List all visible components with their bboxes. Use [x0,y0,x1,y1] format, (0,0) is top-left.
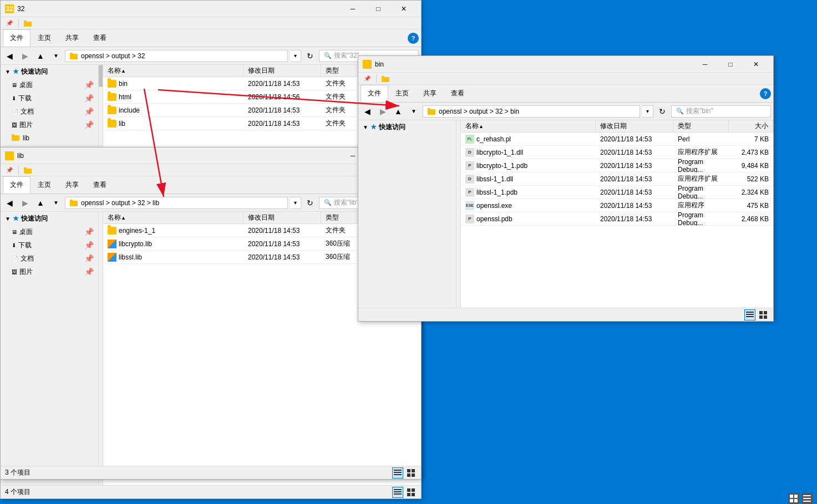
svg-rect-56 [803,495,811,496]
status-right-32 [392,487,417,498]
view-large-32[interactable] [405,487,417,498]
col-size-bin[interactable]: 大小 [729,120,773,133]
col-date-bin[interactable]: 修改日期 [596,120,673,133]
quick-access-header-32[interactable]: ▼ ★ 快速访问 [1,65,98,78]
sidebar-desktop-lib[interactable]: 🖥 桌面 📌 [1,225,98,238]
quick-folder-lib[interactable] [21,164,34,177]
view-details-bin[interactable] [744,309,755,320]
sidebar-desktop-32[interactable]: 🖥 桌面 📌 [1,78,98,91]
file-row-openssl-pdb[interactable]: P openssl.pdb 2020/11/18 14:53 Program D… [461,212,773,226]
sidebar-docs-32[interactable]: 📄 文档 📌 [1,105,98,118]
view-details-lib[interactable] [392,467,403,478]
close-btn-bin[interactable]: ✕ [743,56,769,73]
up-btn-32[interactable]: ▲ [34,49,47,63]
svg-rect-6 [12,135,19,141]
ribbon-tab-view-bin[interactable]: 查看 [444,85,471,102]
address-input-32[interactable]: openssl > output > 32 [65,50,288,62]
forward-btn-32[interactable]: ▶ [18,49,32,63]
col-name-bin[interactable]: 名称 ▲ [461,120,596,133]
ribbon-tab-home-bin[interactable]: 主页 [388,85,416,102]
file-row-crehash[interactable]: PL c_rehash.pl 2020/11/18 14:53 Perl 7 K… [461,133,773,146]
list-icon[interactable] [801,493,813,504]
back-btn-bin[interactable]: ◀ [361,105,374,118]
refresh-btn-lib[interactable]: ↻ [303,196,317,210]
sidebar-pics-32[interactable]: 🖼 图片 📌 [1,118,98,131]
quick-pin-bin[interactable]: 📌 [361,72,374,85]
maximize-btn-32[interactable]: □ [366,1,391,17]
back-btn-32[interactable]: ◀ [3,49,16,63]
ribbon-help-bin[interactable]: ? [760,88,771,99]
address-chevron-lib[interactable]: ▾ [290,197,301,209]
minimize-btn-32[interactable]: ─ [340,1,366,17]
refresh-btn-bin[interactable]: ↻ [656,105,669,118]
svg-rect-34 [407,474,410,477]
minimize-btn-bin[interactable]: ─ [692,56,718,73]
ribbon-tab-home-32[interactable]: 主页 [31,29,58,47]
up-btn-bin[interactable]: ▲ [392,105,405,118]
quick-pin-btn-32[interactable]: 📌 [3,17,16,30]
forward-btn-lib[interactable]: ▶ [18,196,32,210]
view-details-32[interactable] [392,487,403,498]
sidebar-scrollbar-bin[interactable] [456,120,460,308]
address-path-32: openssl > output > 32 [81,52,145,60]
svg-rect-40 [428,109,435,115]
file-row-libcrypto-pdb[interactable]: P libcrypto-1_1.pdb 2020/11/18 14:53 Pro… [461,159,773,172]
ribbon-tab-view-32[interactable]: 查看 [86,29,114,47]
ribbon-tab-share-32[interactable]: 共享 [58,29,86,47]
sidebar-scrollbar-lib[interactable] [98,212,103,466]
ribbon-help-32[interactable]: ? [408,33,419,44]
address-chevron-bin[interactable]: ▾ [642,105,653,118]
ribbon-tab-file-32[interactable]: 文件 [3,29,31,47]
quick-folder-bin[interactable] [379,72,392,85]
quick-folder-btn-32[interactable] [21,17,34,30]
ribbon-tab-file-lib[interactable]: 文件 [3,176,31,194]
forward-btn-bin[interactable]: ▶ [376,105,389,118]
svg-rect-25 [24,169,32,174]
recent-btn-lib[interactable]: ▼ [49,196,63,210]
file-scroll-bin: PL c_rehash.pl 2020/11/18 14:53 Perl 7 K… [461,133,773,308]
col-name-32[interactable]: 名称 ▲ [103,65,243,77]
ribbon-tab-file-bin[interactable]: 文件 [361,85,388,102]
window-controls-bin: ─ □ ✕ [692,56,769,73]
address-input-lib[interactable]: openssl > output > 32 > lib [65,197,288,209]
grid-icon[interactable] [788,493,799,504]
close-btn-32[interactable]: ✕ [391,1,417,17]
search-box-bin[interactable]: 🔍 搜索"bin" [671,105,771,118]
file-row-libssl-dll[interactable]: D libssl-1_1.dll 2020/11/18 14:53 应用程序扩展… [461,172,773,186]
svg-rect-44 [746,316,754,317]
file-row-libcrypto-dll[interactable]: D libcrypto-1_1.dll 2020/11/18 14:53 应用程… [461,146,773,159]
svg-rect-57 [803,498,811,499]
sidebar-downloads-32[interactable]: ⬇ 下载 📌 [1,91,98,105]
col-date-lib[interactable]: 修改日期 [243,212,321,224]
file-row-libssl-pdb[interactable]: P libssl-1_1.pdb 2020/11/18 14:53 Progra… [461,186,773,199]
ribbon-tab-view-lib[interactable]: 查看 [86,176,114,194]
sidebar-lib-32[interactable]: lib [1,131,98,145]
refresh-btn-32[interactable]: ↻ [303,49,317,63]
svg-rect-46 [764,311,767,314]
address-input-bin[interactable]: openssl > output > 32 > bin [423,105,640,118]
recent-btn-32[interactable]: ▼ [49,49,63,63]
view-large-bin[interactable] [758,309,769,320]
ribbon-tab-share-bin[interactable]: 共享 [416,85,444,102]
quick-access-header-bin[interactable]: ▼ ★ 快速访问 [358,120,456,134]
sidebar-downloads-lib[interactable]: ⬇ 下载 📌 [1,238,98,252]
svg-rect-5 [70,53,73,54]
ribbon-tab-share-lib[interactable]: 共享 [58,176,86,194]
maximize-btn-bin[interactable]: □ [718,56,743,73]
quick-pin-lib[interactable]: 📌 [3,164,16,177]
col-type-bin[interactable]: 类型 [673,120,729,133]
up-btn-lib[interactable]: ▲ [34,196,47,210]
quick-access-header-lib[interactable]: ▼ ★ 快速访问 [1,212,98,225]
sidebar-pics-lib[interactable]: 🖼 图片 📌 [1,265,98,278]
ribbon-tab-home-lib[interactable]: 主页 [31,176,58,194]
sidebar-docs-lib[interactable]: 📄 文档 📌 [1,252,98,265]
svg-rect-45 [759,311,763,314]
col-name-lib[interactable]: 名称 ▲ [103,212,243,224]
address-chevron-32[interactable]: ▾ [290,50,301,62]
back-btn-lib[interactable]: ◀ [3,196,16,210]
window-icon-bin [363,60,372,69]
file-row-openssl-exe[interactable]: EXE openssl.exe 2020/11/18 14:53 应用程序 47… [461,199,773,212]
col-date-32[interactable]: 修改日期 [243,65,321,77]
view-large-lib[interactable] [405,467,417,478]
recent-btn-bin[interactable]: ▼ [407,105,420,118]
